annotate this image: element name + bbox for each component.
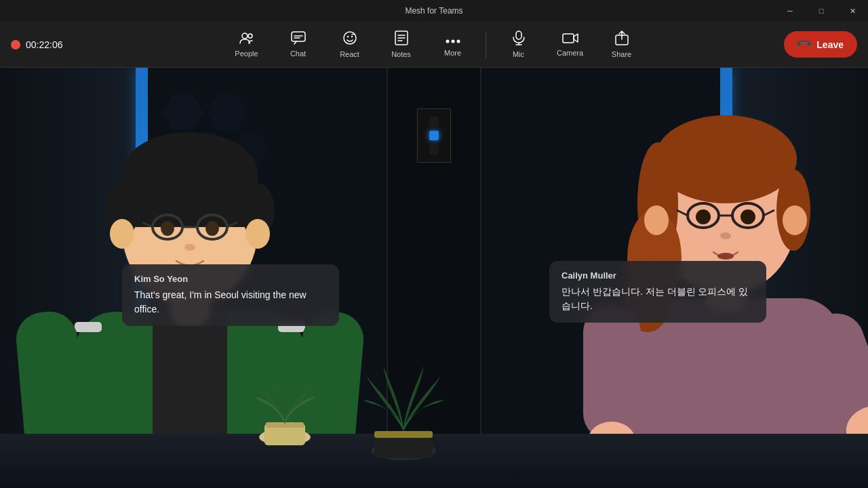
svg-point-5 bbox=[344, 32, 356, 44]
notes-icon bbox=[395, 30, 408, 47]
notes-label: Notes bbox=[391, 50, 411, 58]
share-button[interactable]: Share bbox=[597, 24, 646, 65]
svg-rect-2 bbox=[292, 32, 305, 41]
svg-point-54 bbox=[644, 205, 669, 235]
mic-label: Mic bbox=[513, 50, 524, 58]
speech-text-right: 만나서 반갑습니다. 저는 더블린 오피스에 있습니다. bbox=[561, 285, 754, 313]
chat-button[interactable]: Chat bbox=[274, 24, 323, 65]
svg-point-7 bbox=[351, 36, 352, 37]
svg-point-63 bbox=[720, 232, 731, 239]
light-dot-1 bbox=[429, 117, 439, 126]
react-icon bbox=[342, 30, 357, 47]
svg-rect-22 bbox=[153, 312, 227, 447]
camera-label: Camera bbox=[557, 49, 583, 57]
mic-button[interactable]: Mic bbox=[494, 24, 543, 65]
notes-button[interactable]: Notes bbox=[377, 24, 426, 65]
svg-rect-74 bbox=[374, 431, 433, 438]
maximize-button[interactable]: □ bbox=[806, 0, 837, 22]
toolbar-center: People Chat bbox=[222, 24, 646, 65]
window-controls: ─ □ ✕ bbox=[774, 0, 868, 22]
svg-point-61 bbox=[696, 209, 711, 224]
camera-button[interactable]: Camera bbox=[546, 24, 595, 65]
chat-icon bbox=[291, 31, 306, 47]
svg-point-40 bbox=[184, 244, 195, 251]
svg-point-62 bbox=[741, 209, 755, 224]
leave-label: Leave bbox=[816, 39, 844, 50]
minimize-button[interactable]: ─ bbox=[774, 0, 806, 22]
more-icon bbox=[446, 33, 460, 46]
speech-bubble-right: Cailyn Muller 만나서 반갑습니다. 저는 더블린 오피스에 있습니… bbox=[549, 261, 766, 323]
plant-right bbox=[359, 359, 448, 468]
svg-point-1 bbox=[248, 34, 252, 38]
toolbar-divider bbox=[486, 31, 486, 58]
svg-point-31 bbox=[110, 219, 134, 249]
svg-point-14 bbox=[456, 39, 460, 43]
speech-bubble-left: Kim So Yeon That's great, I'm in Seoul v… bbox=[122, 264, 339, 326]
svg-rect-30 bbox=[122, 173, 258, 227]
mic-icon bbox=[513, 30, 525, 47]
svg-point-39 bbox=[205, 221, 219, 236]
scene: Kim So Yeon That's great, I'm in Seoul v… bbox=[0, 68, 868, 488]
title-bar: Mesh for Teams ─ □ ✕ bbox=[0, 0, 868, 22]
speaker-name-left: Kim So Yeon bbox=[134, 274, 327, 284]
svg-point-64 bbox=[717, 253, 734, 260]
close-button[interactable]: ✕ bbox=[837, 0, 868, 22]
people-button[interactable]: People bbox=[222, 24, 271, 65]
svg-point-0 bbox=[242, 33, 248, 39]
svg-rect-66 bbox=[583, 305, 641, 441]
speech-text-left: That's great, I'm in Seoul visiting the … bbox=[134, 288, 327, 317]
leave-button[interactable]: 📞 Leave bbox=[784, 31, 857, 58]
share-label: Share bbox=[612, 50, 631, 58]
app-title: Mesh for Teams bbox=[405, 6, 462, 16]
recording-indicator: 00:22:06 bbox=[11, 39, 63, 50]
share-icon bbox=[615, 30, 629, 47]
people-label: People bbox=[235, 49, 258, 58]
svg-point-13 bbox=[451, 39, 454, 43]
toolbar: 00:22:06 People bbox=[0, 22, 868, 68]
svg-point-12 bbox=[446, 39, 449, 43]
plant-left bbox=[251, 366, 319, 454]
more-button[interactable]: More bbox=[429, 24, 477, 65]
people-icon bbox=[239, 31, 254, 47]
svg-point-6 bbox=[347, 36, 348, 37]
react-label: React bbox=[340, 50, 359, 58]
light-dot-3 bbox=[429, 145, 439, 155]
svg-rect-18 bbox=[563, 34, 574, 43]
chat-label: Chat bbox=[290, 49, 306, 58]
light-dot-blue bbox=[429, 131, 439, 140]
react-button[interactable]: React bbox=[326, 24, 374, 65]
speaker-name-right: Cailyn Muller bbox=[561, 270, 754, 281]
svg-rect-23 bbox=[75, 322, 102, 332]
camera-icon bbox=[562, 32, 578, 46]
toolbar-right: 📞 Leave bbox=[784, 31, 857, 58]
svg-point-38 bbox=[161, 221, 174, 236]
phone-icon: 📞 bbox=[795, 35, 814, 54]
svg-point-32 bbox=[245, 219, 270, 249]
svg-point-55 bbox=[783, 205, 807, 235]
recording-time: 00:22:06 bbox=[26, 39, 63, 50]
door-light-panel bbox=[417, 108, 451, 163]
svg-rect-15 bbox=[516, 31, 521, 39]
recording-dot bbox=[11, 40, 20, 49]
more-label: More bbox=[444, 49, 461, 57]
